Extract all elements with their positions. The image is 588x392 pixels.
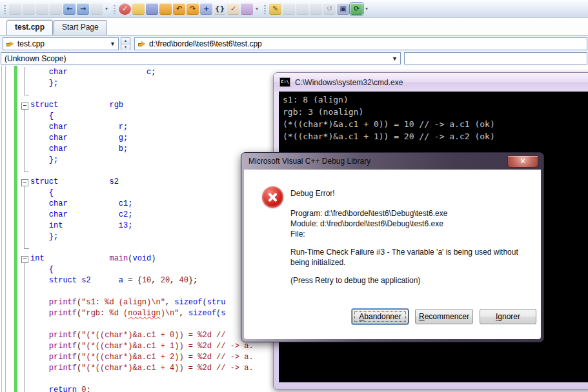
- spell-check-icon[interactable]: ✓: [227, 3, 239, 15]
- error-icon: [262, 186, 283, 208]
- dialog-info-line: Module: d:\fred\bordel\test6\Debug\test6…: [290, 219, 447, 229]
- paste-down-icon: [310, 3, 322, 15]
- window-list-icon[interactable]: ▣: [337, 3, 349, 15]
- code-text: printf("(*((char*)&a.c1 + 4)) = %2d // -…: [30, 363, 254, 374]
- file-combo[interactable]: test.cpp ▼: [3, 37, 119, 50]
- spin-up-icon[interactable]: ▲: [121, 38, 130, 44]
- console-line: (*((char*)&a.c1 + 0)) = 10 // -> a.c1 (o…: [283, 118, 588, 130]
- code-text: };: [30, 155, 58, 166]
- insert-snippet-icon[interactable]: +: [200, 3, 212, 15]
- goto-forward-icon[interactable]: ↷: [187, 3, 199, 15]
- cmd-title-bar[interactable]: C:\ C:\Windows\system32\cmd.exe: [274, 73, 588, 92]
- change-tracking-bar: [14, 66, 17, 392]
- code-text: int i3;: [30, 220, 132, 231]
- toolbar-overflow-icon[interactable]: ▾: [256, 6, 258, 12]
- find-reference-icon[interactable]: [159, 3, 172, 15]
- fold-line: [19, 385, 30, 392]
- code-text: printf("(*((char*)&a.c1 + 0)) = %2d //: [30, 330, 230, 341]
- code-text: printf("s1: %d (align)\n", sizeof(stru: [30, 297, 226, 308]
- open-file-icon[interactable]: [132, 3, 145, 15]
- dialog-info-lines: Program: d:\fred\bordel\test6\Debug\test…: [290, 208, 447, 239]
- toolbar-group: ←→▾: [1, 1, 111, 17]
- code-text: {: [30, 111, 54, 122]
- code-text: {: [30, 188, 54, 199]
- toolbar-grip-icon[interactable]: [4, 4, 6, 14]
- fold-line: [19, 330, 30, 341]
- fold-end: [19, 242, 30, 253]
- minus-box-icon[interactable]: [21, 256, 28, 263]
- goto-back-icon[interactable]: ↶: [173, 3, 185, 15]
- toolbar-grip-icon[interactable]: [264, 4, 266, 14]
- paste-special-icon[interactable]: [241, 3, 253, 15]
- fold-line: [19, 297, 30, 308]
- fold-line: [19, 374, 30, 385]
- tab-test-cpp[interactable]: test.cpp: [6, 20, 53, 35]
- debug-error-dialog[interactable]: Microsoft Visual C++ Debug Library × Deb…: [241, 152, 544, 342]
- fold-line: [19, 199, 30, 210]
- dialog-body: Debug Error! Program: d:\fred\bordel\tes…: [244, 170, 541, 339]
- code-text: char c1;: [30, 199, 132, 210]
- edit-book-icon[interactable]: ✎: [269, 3, 281, 15]
- dialog-info-line: File:: [290, 229, 447, 239]
- first-comment-icon: [9, 3, 21, 15]
- scope-combo-value: (Unknown Scope): [5, 54, 66, 63]
- code-text: struct s2 a = {10, 20, 40};: [30, 275, 198, 286]
- file-spinner[interactable]: ▲ ▼: [121, 37, 130, 50]
- toolbar-overflow-icon[interactable]: ▾: [365, 6, 368, 12]
- dialog-buttons: AbandonnerRecommencerIgnorer: [244, 309, 541, 325]
- dialog-title-bar[interactable]: Microsoft Visual C++ Debug Library ×: [241, 153, 543, 170]
- fold-collapse-icon[interactable]: [19, 100, 30, 111]
- dialog-title: Microsoft Visual C++ Debug Library: [248, 157, 370, 166]
- fold-line: [19, 308, 30, 319]
- fold-line: [19, 352, 30, 363]
- code-text: printf("(*((char*)&a.c1 + 2)) = %2d // -…: [30, 352, 254, 363]
- scope-combo[interactable]: (Unknown Scope) ▼: [1, 52, 401, 64]
- va-check-icon[interactable]: ✓: [119, 3, 131, 15]
- fold-line: [19, 78, 30, 89]
- dialog-heading: Debug Error!: [290, 189, 335, 198]
- fold-line: [19, 341, 30, 352]
- chevron-down-icon[interactable]: ▼: [392, 55, 398, 62]
- fold-line: [19, 144, 30, 155]
- toolbar-grip-icon[interactable]: [114, 4, 116, 14]
- close-icon[interactable]: ×: [507, 155, 538, 168]
- undo-icon: ↺: [323, 3, 336, 15]
- code-text: struct s2: [30, 177, 119, 188]
- member-combo[interactable]: [404, 52, 587, 64]
- dialog-message-line: Run-Time Check Failure #3 - The variable…: [290, 247, 518, 257]
- fold-line: [19, 231, 30, 242]
- fold-line: [19, 275, 30, 286]
- minus-box-icon[interactable]: [21, 179, 28, 186]
- fold-line: [19, 67, 30, 78]
- find-comment-icon: [90, 3, 103, 15]
- path-combo[interactable]: d:\fred\bordel\test6\test6\test.cpp: [134, 37, 587, 50]
- auto-sync-icon[interactable]: ⟳: [350, 3, 363, 15]
- fold-collapse-icon[interactable]: [19, 253, 30, 264]
- spin-down-icon[interactable]: ▼: [121, 44, 130, 50]
- fold-collapse-icon[interactable]: [19, 177, 30, 188]
- find-symbol-icon[interactable]: [146, 3, 158, 15]
- chevron-down-icon[interactable]: ▼: [110, 41, 116, 47]
- toolbar-group: ✓↶↷+{}✓▾: [111, 1, 261, 17]
- fold-line: [19, 133, 30, 144]
- paste-up-icon: [283, 3, 295, 15]
- abandonner-button[interactable]: Abandonner: [352, 309, 409, 324]
- ignorer-button[interactable]: Ignorer: [480, 309, 536, 324]
- back-comment-icon: [36, 3, 48, 15]
- recommencer-button[interactable]: Recommencer: [415, 309, 473, 324]
- goto-file-arrow-icon: [6, 41, 14, 47]
- dialog-info-line: Program: d:\fred\bordel\test6\Debug\test…: [290, 208, 447, 219]
- code-text: struct rgb: [30, 100, 123, 111]
- code-text: char r;: [30, 122, 128, 133]
- toolbar-overflow-icon[interactable]: ▾: [105, 6, 108, 12]
- list-methods-icon[interactable]: {}: [214, 3, 226, 15]
- tab-start-page[interactable]: Start Page: [54, 20, 107, 35]
- nav-backward-doc-icon[interactable]: ←: [63, 3, 76, 15]
- fold-line: [19, 122, 30, 133]
- console-line: s1: 8 (align): [283, 93, 588, 106]
- code-text: };: [30, 78, 58, 89]
- nav-forward-doc-icon[interactable]: →: [77, 3, 89, 15]
- code-text: char c;: [30, 67, 156, 78]
- minus-box-icon[interactable]: [21, 103, 28, 110]
- fold-line: [19, 111, 30, 122]
